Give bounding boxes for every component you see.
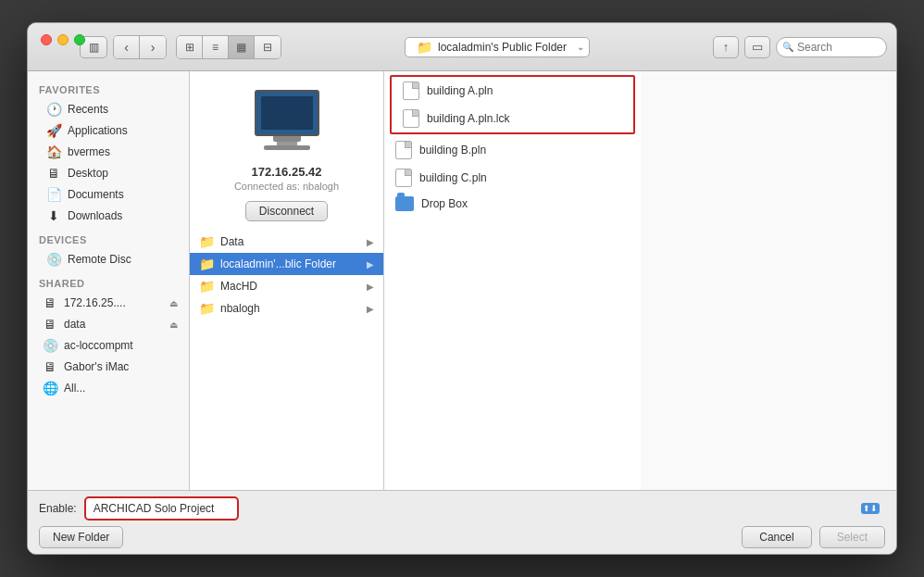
- window-controls: [41, 34, 85, 45]
- eject-172-icon[interactable]: ⏏: [169, 298, 178, 308]
- folder-machd-label: MacHD: [220, 280, 257, 293]
- sidebar-item-gabor-label: Gabor's iMac: [64, 360, 129, 373]
- folder-data[interactable]: 📁 Data ▶: [190, 231, 383, 253]
- sidebar-item-downloads-label: Downloads: [68, 209, 122, 222]
- applications-icon: 🚀: [46, 123, 61, 138]
- folder-data-label: Data: [220, 235, 243, 248]
- file-building-a-pln[interactable]: building A.pln: [392, 77, 633, 105]
- folder-localadmin[interactable]: 📁 localadmin'...blic Folder ▶: [190, 253, 383, 275]
- folder-machd[interactable]: 📁 MacHD ▶: [190, 275, 383, 297]
- screen-display: [261, 96, 313, 130]
- enable-row: Enable: ARCHICAD Solo Project: [39, 496, 885, 521]
- folder-localadmin-icon: 📁: [199, 257, 215, 271]
- folder-data-icon: 📁: [199, 234, 215, 249]
- sidebar-item-desktop[interactable]: 🖥 Desktop: [31, 163, 185, 183]
- computer-screen: [255, 90, 319, 136]
- nbalogh-chevron: ▶: [367, 304, 374, 314]
- data-chevron: ▶: [367, 237, 374, 247]
- sidebar-item-all-label: All...: [64, 382, 85, 395]
- middle-file-list: 📁 Data ▶ 📁 localadmin'...blic Folder ▶ 📁…: [190, 231, 383, 320]
- sidebar-item-data-label: data: [64, 318, 85, 331]
- selection-box: building A.pln building A.pln.lck: [390, 75, 635, 134]
- path-bar: 📁 localadmin's Public Folder: [287, 37, 707, 57]
- file-building-c-pln[interactable]: building C.pln: [384, 164, 641, 192]
- folder-machd-icon: 📁: [199, 279, 215, 294]
- maximize-button[interactable]: [74, 34, 85, 45]
- file-building-a-lck[interactable]: building A.pln.lck: [392, 105, 633, 132]
- enable-dropdown[interactable]: ARCHICAD Solo Project: [84, 496, 239, 521]
- sidebar-item-recents-label: Recents: [68, 103, 108, 116]
- file-building-b-pln[interactable]: building B.pln: [384, 136, 641, 164]
- desktop-icon: 🖥: [46, 166, 61, 181]
- disconnect-button[interactable]: Disconnect: [245, 201, 328, 221]
- folder-localadmin-label: localadmin'...blic Folder: [220, 257, 336, 270]
- shared-label: Shared: [28, 270, 189, 292]
- folder-nbalogh[interactable]: 📁 nbalogh ▶: [190, 297, 383, 320]
- icon-view-icon: ⊞: [185, 41, 194, 54]
- network-172-icon: 🖥: [43, 295, 57, 310]
- recents-icon: 🕐: [46, 102, 61, 117]
- cancel-button[interactable]: Cancel: [742, 526, 811, 548]
- remote-disc-icon: 💿: [46, 252, 61, 267]
- open-dialog-window: ▥ ‹ › ⊞ ≡ ▦ ⊟: [27, 22, 897, 555]
- sidebar-item-172[interactable]: 🖥 172.16.25.... ⏏: [31, 293, 185, 313]
- path-dropdown[interactable]: 📁 localadmin's Public Folder: [405, 37, 590, 57]
- machd-chevron: ▶: [367, 282, 374, 292]
- documents-icon: 📄: [46, 187, 61, 202]
- path-folder-icon: 📁: [417, 40, 432, 55]
- sidebar-item-bvermes[interactable]: 🏠 bvermes: [31, 142, 185, 162]
- action-row: New Folder Cancel Select: [39, 526, 885, 548]
- all-icon: 🌐: [43, 381, 57, 395]
- forward-button[interactable]: ›: [140, 36, 166, 58]
- sidebar-item-bvermes-label: bvermes: [68, 145, 110, 158]
- pln-icon-c: [395, 169, 412, 187]
- sidebar-item-downloads[interactable]: ⬇ Downloads: [31, 206, 185, 226]
- eject-data-icon[interactable]: ⏏: [169, 320, 178, 330]
- sidebar-item-gabor[interactable]: 🖥 Gabor's iMac: [31, 357, 185, 377]
- select-button[interactable]: Select: [819, 526, 885, 548]
- file-drop-box[interactable]: Drop Box: [384, 192, 641, 216]
- close-button[interactable]: [41, 34, 52, 45]
- list-view-button[interactable]: ≡: [203, 36, 229, 58]
- action-buttons: Cancel Select: [742, 526, 885, 548]
- file-drop-box-label: Drop Box: [421, 197, 468, 210]
- nav-buttons: ‹ ›: [113, 35, 167, 59]
- back-icon: ‹: [124, 40, 129, 55]
- sidebar-item-ac-loc[interactable]: 💿 ac-loccompmt: [31, 335, 185, 356]
- sidebar-item-documents[interactable]: 📄 Documents: [31, 184, 185, 205]
- sidebar-item-applications-label: Applications: [68, 124, 128, 137]
- devices-label: Devices: [28, 227, 189, 248]
- file-building-a-lck-label: building A.pln.lck: [427, 112, 509, 125]
- share-button[interactable]: ↑: [713, 36, 739, 58]
- sidebar-item-applications[interactable]: 🚀 Applications: [31, 120, 185, 141]
- list-view-icon: ≡: [212, 41, 219, 54]
- sidebar-item-data[interactable]: 🖥 data ⏏: [31, 314, 185, 334]
- column-view-button[interactable]: ▦: [229, 36, 255, 58]
- sidebar-item-remote-disc-label: Remote Disc: [68, 253, 131, 266]
- info-button[interactable]: ▭: [744, 36, 770, 58]
- back-button[interactable]: ‹: [114, 36, 140, 58]
- cover-flow-icon: ⊟: [263, 41, 272, 54]
- sidebar-item-recents[interactable]: 🕐 Recents: [31, 99, 185, 119]
- ip-address: 172.16.25.42: [234, 165, 339, 179]
- info-icon: ▭: [752, 40, 763, 54]
- enable-dropdown-wrapper: ARCHICAD Solo Project: [84, 496, 885, 521]
- icon-view-button[interactable]: ⊞: [177, 36, 203, 58]
- path-label: localadmin's Public Folder: [438, 41, 567, 54]
- sidebar-item-remote-disc[interactable]: 💿 Remote Disc: [31, 249, 185, 270]
- connected-as: Connected as: nbalogh: [234, 181, 339, 192]
- minimize-button[interactable]: [57, 34, 69, 45]
- toolbar-right: ↑ ▭: [713, 36, 887, 58]
- search-input[interactable]: [776, 37, 887, 57]
- computer-graphic: [255, 90, 319, 150]
- sidebar-item-desktop-label: Desktop: [68, 167, 108, 180]
- right-panel: building A.pln building A.pln.lck buildi…: [384, 71, 641, 490]
- connected-info: 172.16.25.42 Connected as: nbalogh Disco…: [234, 165, 339, 221]
- sidebar-item-172-label: 172.16.25....: [64, 296, 126, 309]
- sidebar-item-all[interactable]: 🌐 All...: [31, 378, 185, 398]
- file-building-c-pln-label: building C.pln: [419, 171, 487, 184]
- new-folder-button[interactable]: New Folder: [39, 526, 123, 548]
- cover-flow-button[interactable]: ⊟: [255, 36, 281, 58]
- data-icon: 🖥: [43, 317, 57, 332]
- view-buttons: ⊞ ≡ ▦ ⊟: [176, 35, 281, 59]
